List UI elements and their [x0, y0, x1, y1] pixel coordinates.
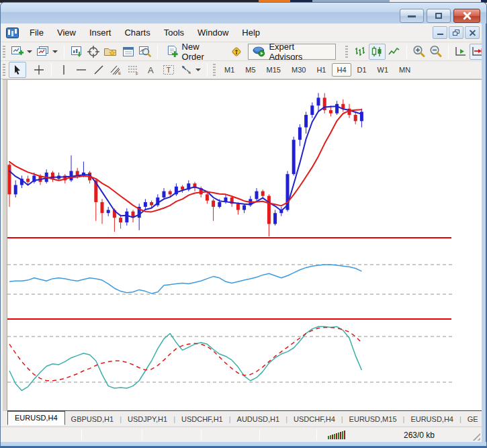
zoom-out-button[interactable] — [427, 44, 445, 60]
equidistant-channel-icon: E — [110, 64, 122, 75]
text-tool-button[interactable]: A — [142, 62, 160, 78]
horizontal-line-tool-button[interactable] — [73, 62, 90, 78]
chart-tab[interactable]: USDCHF,H1 — [175, 413, 229, 425]
text-icon: A — [146, 65, 156, 75]
new-chart-dropdown[interactable] — [27, 50, 32, 53]
chart-minimize-button[interactable] — [433, 26, 447, 39]
market-watch-icon — [70, 46, 83, 58]
zoom-in-icon — [412, 45, 426, 58]
toolbar-grip[interactable] — [3, 46, 5, 58]
chart-tab-active[interactable]: EURUSD,H4 — [7, 411, 65, 425]
candlestick-chart-icon — [371, 46, 383, 58]
chart-tab[interactable]: GE — [461, 413, 484, 425]
svg-text:F: F — [136, 72, 138, 75]
arrows-icon — [181, 64, 192, 75]
chart-tab[interactable]: GBPUSD,H1 — [65, 413, 120, 425]
data-window-button[interactable] — [85, 44, 103, 60]
timeframe-button-m5[interactable]: M5 — [240, 63, 260, 77]
zoom-out-icon — [429, 45, 443, 58]
terminal-button[interactable] — [120, 44, 137, 60]
candlestick-chart-button[interactable] — [369, 44, 386, 60]
cursor-tool-button[interactable] — [9, 62, 26, 78]
line-chart-icon — [388, 46, 400, 58]
new-order-label: New Order — [182, 42, 224, 62]
metaeditor-button[interactable] — [228, 44, 245, 60]
resize-grip[interactable] — [470, 431, 480, 441]
equidistant-channel-tool-button[interactable]: E — [107, 62, 125, 78]
new-chart-icon — [11, 46, 24, 58]
horizontal-line-icon — [76, 65, 87, 75]
line-chart-button[interactable] — [386, 44, 403, 60]
timeframe-button-m1[interactable]: M1 — [220, 63, 239, 77]
strategy-tester-button[interactable] — [136, 44, 154, 60]
mdi-window-controls — [433, 26, 480, 39]
price-chart-pane[interactable] — [7, 80, 482, 237]
zoom-in-button[interactable] — [410, 44, 428, 60]
timeframe-button-m15[interactable]: M15 — [262, 63, 285, 77]
window-bottom-border — [0, 442, 487, 448]
app-icon — [6, 28, 19, 38]
menu-bar: FileViewInsertChartsToolsWindowHelp — [1, 24, 486, 42]
auto-scroll-button[interactable] — [452, 44, 470, 60]
arrows-dropdown[interactable] — [195, 69, 201, 71]
timeframe-button-h4[interactable]: H4 — [332, 63, 351, 77]
new-order-icon — [166, 45, 179, 58]
bar-chart-icon — [354, 46, 366, 58]
menu-item-window[interactable]: Window — [191, 25, 235, 40]
timeframe-button-w1[interactable]: W1 — [373, 63, 394, 77]
svg-text:E: E — [118, 71, 121, 75]
rsi-indicator-pane[interactable] — [7, 239, 482, 318]
navigator-button[interactable] — [102, 44, 120, 60]
window-close-button[interactable] — [453, 9, 480, 23]
pane-separator[interactable] — [7, 318, 451, 320]
chart-tab[interactable]: AUDUSD,H1 — [231, 413, 286, 425]
chart-tab[interactable]: EURUSD,M15 — [343, 413, 403, 425]
traffic-counter: 263/0 kb — [404, 431, 435, 440]
arrows-tool-button[interactable] — [177, 62, 195, 78]
text-label-icon: T — [163, 64, 175, 75]
chart-close-button[interactable] — [465, 26, 480, 39]
crosshair-tool-button[interactable] — [30, 62, 48, 78]
new-order-button[interactable]: New Order — [161, 40, 228, 63]
fibonacci-icon: F — [128, 64, 140, 75]
menu-item-view[interactable]: View — [50, 25, 83, 40]
timeframe-button-mn[interactable]: MN — [394, 63, 415, 77]
text-label-tool-button[interactable]: T — [160, 62, 177, 78]
menu-item-charts[interactable]: Charts — [118, 25, 157, 40]
expert-advisors-button[interactable]: Expert Advisors — [248, 44, 336, 60]
auto-scroll-icon — [454, 46, 468, 58]
profiles-dropdown[interactable] — [52, 50, 58, 53]
menu-item-file[interactable]: File — [23, 25, 50, 40]
chart-tab[interactable]: EURUSD,H4 — [404, 413, 459, 425]
pane-separator[interactable] — [7, 237, 451, 238]
connection-status-icon — [328, 430, 345, 439]
market-watch-button[interactable] — [68, 44, 85, 60]
window-right-border — [482, 24, 487, 442]
window-maximize-button[interactable] — [427, 9, 451, 23]
vertical-line-icon — [59, 64, 69, 75]
timeframe-button-h1[interactable]: H1 — [312, 63, 330, 77]
crosshair-icon — [34, 64, 44, 75]
chart-tab[interactable]: USDJPY,H1 — [122, 413, 173, 425]
vertical-line-tool-button[interactable] — [55, 62, 73, 78]
profiles-icon — [36, 46, 50, 58]
trendline-icon — [93, 64, 104, 75]
window-minimize-button[interactable] — [400, 9, 424, 23]
chart-tab[interactable]: USDCHF,H4 — [287, 413, 341, 425]
new-chart-button[interactable] — [9, 44, 26, 60]
timeframe-toolbar: M1M5M15M30H1H4D1W1MN — [219, 63, 416, 77]
menu-item-insert[interactable]: Insert — [83, 25, 118, 40]
chart-restore-button[interactable] — [449, 26, 463, 39]
stochastic-indicator-pane[interactable] — [7, 320, 482, 410]
bar-chart-button[interactable] — [351, 44, 369, 60]
expert-advisors-label: Expert Advisors — [269, 42, 328, 62]
menu-item-tools[interactable]: Tools — [157, 25, 191, 40]
timeframe-button-m30[interactable]: M30 — [287, 63, 310, 77]
menu-item-help[interactable]: Help — [235, 25, 267, 40]
timeframe-button-d1[interactable]: D1 — [353, 63, 371, 77]
navigator-icon — [103, 46, 118, 58]
terminal-icon — [122, 46, 135, 58]
fibonacci-tool-button[interactable]: F — [125, 62, 142, 78]
profiles-button[interactable] — [35, 44, 52, 60]
trendline-tool-button[interactable] — [90, 62, 107, 78]
